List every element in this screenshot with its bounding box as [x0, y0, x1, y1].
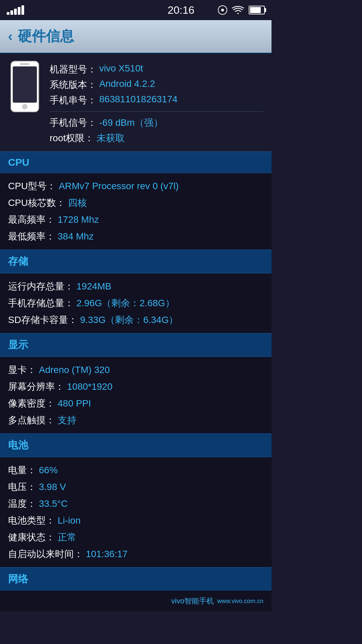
- svg-point-2: [22, 104, 27, 109]
- cpu-maxfreq-value: 1728 Mhz: [58, 214, 99, 225]
- display-info: 显卡： Adreno (TM) 320 屏幕分辨率： 362*644 像素密…: [0, 357, 272, 433]
- ram-label: 运行内存总量：: [8, 280, 74, 293]
- model-row: 机器型号： vivo X510t: [50, 63, 263, 76]
- root-label: root权限：: [50, 132, 94, 145]
- ppi-row: 像素密度： 480 PPI: [8, 397, 263, 410]
- svg-rect-3: [20, 63, 29, 65]
- storage-info: 运行内存总量： 1924MB 手机存储总量： 2.96G（剩余：2.68G） S…: [0, 273, 272, 333]
- internal-label: 手机存储总量：: [8, 297, 74, 310]
- battery-info: 电量： 66% 电压： 3.98 V 温度： 33.5°C 电池类型： Li-i…: [0, 457, 272, 567]
- serial-value: 863811018263174: [99, 94, 178, 107]
- resolution-row: 屏幕分辨率： 362*644: [8, 380, 263, 393]
- network-title: 网络: [8, 573, 28, 584]
- cpu-minfreq-label: 最低频率：: [8, 230, 55, 243]
- cpu-minfreq-row: 最低频率： 384 Mhz: [8, 230, 263, 243]
- gpu-label: 显卡：: [8, 364, 36, 376]
- wifi-icon: [232, 5, 244, 15]
- status-bar: 20:16: [0, 0, 272, 20]
- gpu-value: Adreno (TM) 320: [39, 365, 110, 375]
- battery-voltage-label: 电压：: [8, 481, 36, 493]
- gpu-row: 显卡： Adreno (TM) 320: [8, 364, 263, 376]
- ram-row: 运行内存总量： 1924MB: [8, 280, 263, 293]
- resolution-label: 屏幕分辨率：: [8, 380, 64, 393]
- touch-row: 多点触摸： 支持: [8, 414, 263, 427]
- ppi-label: 像素密度：: [8, 397, 55, 410]
- cpu-section-header: CPU: [0, 152, 272, 173]
- signal-row: 手机信号： -69 dBm（强）: [50, 116, 263, 129]
- cpu-minfreq-value: 384 Mhz: [58, 231, 94, 242]
- phone-image: [8, 60, 42, 113]
- cpu-cores-label: CPU核芯数：: [8, 197, 65, 209]
- sd-label: SD存储卡容量：: [8, 314, 77, 326]
- cpu-model-label: CPU型号：: [8, 180, 56, 193]
- root-value: 未获取: [97, 132, 125, 145]
- storage-title: 存储: [8, 256, 28, 267]
- footer-brand: vivo智能手机: [171, 596, 214, 606]
- network-section-header: 网络: [0, 567, 272, 591]
- battery-temp-label: 温度：: [8, 497, 36, 510]
- cpu-title: CPU: [8, 157, 29, 168]
- sd-value: 9.33G（剩余：6.34G）: [80, 314, 178, 326]
- footer-url: www.vivo.com.cn: [217, 598, 263, 605]
- battery-voltage-row: 电压： 3.98 V: [8, 481, 263, 493]
- storage-section-header: 存储: [0, 250, 272, 273]
- battery-temp-row: 温度： 33.5°C: [8, 497, 263, 510]
- cpu-maxfreq-row: 最高频率： 1728 Mhz: [8, 213, 263, 226]
- svg-rect-1: [13, 66, 37, 103]
- device-info-section: 机器型号： vivo X510t 系统版本： Android 4.2.2 手机串…: [0, 53, 272, 152]
- back-button[interactable]: ‹: [8, 30, 12, 43]
- cpu-model-row: CPU型号： ARMv7 Processor rev 0 (v7l): [8, 180, 263, 193]
- display-title: 显示: [8, 339, 28, 350]
- ram-value: 1924MB: [76, 281, 111, 292]
- cpu-model-value: ARMv7 Processor rev 0 (v7l): [59, 181, 179, 192]
- system-value: Android 4.2.2: [99, 78, 155, 91]
- status-icons: [218, 5, 265, 15]
- battery-voltage-value: 3.98 V: [39, 482, 66, 492]
- status-time: 20:16: [168, 4, 194, 16]
- battery-health-value: 正常: [58, 531, 76, 544]
- device-details: 机器型号： vivo X510t 系统版本： Android 4.2.2 手机串…: [50, 60, 263, 145]
- battery-title: 电池: [8, 439, 28, 450]
- internal-row: 手机存储总量： 2.96G（剩余：2.68G）: [8, 297, 263, 310]
- battery-health-label: 健康状态：: [8, 531, 55, 544]
- battery-uptime-label: 自启动以来时间：: [8, 548, 83, 560]
- battery-uptime-value: 101:36:17: [86, 549, 128, 559]
- sd-row: SD存储卡容量： 9.33G（剩余：6.34G）: [8, 314, 263, 326]
- cpu-cores-row: CPU核芯数： 四核: [8, 197, 263, 209]
- internal-value: 2.96G（剩余：2.68G）: [76, 297, 175, 310]
- serial-row: 手机串号： 863811018263174: [50, 94, 263, 107]
- battery-section-header: 电池: [0, 433, 272, 457]
- signal-value: -69 dBm（强）: [99, 116, 163, 129]
- system-label: 系统版本：: [50, 78, 97, 91]
- footer: vivo智能手机 www.vivo.com.cn: [0, 591, 272, 611]
- touch-label: 多点触摸：: [8, 414, 55, 427]
- battery-type-row: 电池类型： Li-ion: [8, 514, 263, 527]
- model-label: 机器型号：: [50, 63, 97, 76]
- model-value: vivo X510t: [99, 63, 143, 76]
- battery-type-label: 电池类型：: [8, 514, 55, 527]
- cpu-maxfreq-label: 最高频率：: [8, 213, 55, 226]
- battery-type-value: Li-ion: [58, 515, 80, 526]
- battery-health-row: 健康状态： 正常: [8, 531, 263, 544]
- page-title: 硬件信息: [18, 27, 74, 46]
- cpu-info: CPU型号： ARMv7 Processor rev 0 (v7l) CPU核芯…: [0, 173, 272, 250]
- cpu-cores-value: 四核: [68, 197, 87, 209]
- signal-strength: [7, 5, 24, 15]
- page-header: ‹ 硬件信息: [0, 20, 272, 53]
- battery-level-label: 电量：: [8, 464, 36, 477]
- root-row: root权限： 未获取: [50, 132, 263, 145]
- ppi-value: 480 PPI: [58, 398, 91, 409]
- serial-label: 手机串号：: [50, 94, 97, 107]
- battery-uptime-row: 自启动以来时间： 101:36:17: [8, 548, 263, 560]
- battery-level-value: 66%: [39, 465, 58, 476]
- system-row: 系统版本： Android 4.2.2: [50, 78, 263, 91]
- display-section-header: 显示: [0, 333, 272, 357]
- battery-icon: [249, 6, 265, 14]
- touch-value: 支持: [58, 414, 76, 427]
- resolution-value: 362*644: [67, 381, 112, 392]
- battery-level-row: 电量： 66%: [8, 464, 263, 477]
- signal-label: 手机信号：: [50, 116, 97, 129]
- location-icon: [218, 5, 227, 15]
- battery-temp-value: 33.5°C: [39, 498, 68, 509]
